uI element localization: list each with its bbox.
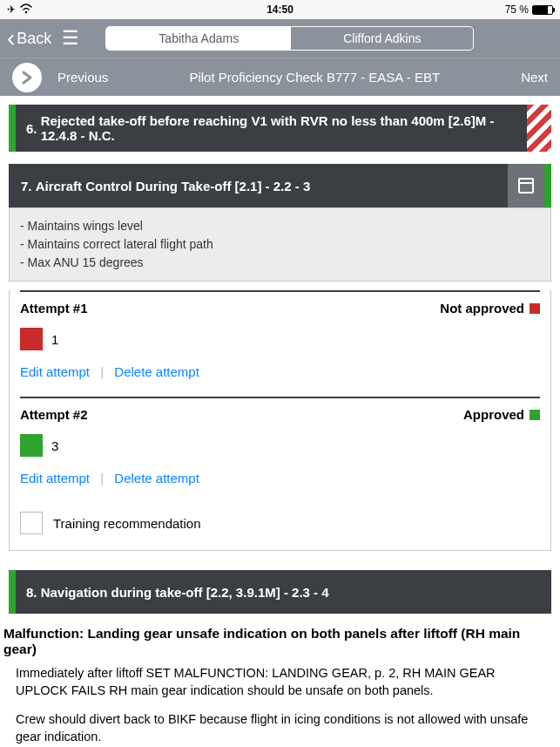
attempts-container: Attempt #1 Not approved 1 Edit attempt |… — [9, 290, 551, 551]
delete-attempt-2-link[interactable]: Delete attempt — [114, 471, 199, 486]
section-6-title: Rejected take-off before reaching V1 wit… — [41, 113, 516, 143]
tab-pilot-1[interactable]: Tabitha Adams — [106, 27, 291, 50]
section-7-header[interactable]: 7. Aircraft Control During Take-off [2.1… — [9, 164, 551, 207]
section-7-calendar-button[interactable] — [508, 164, 544, 207]
attempt-1-header: Attempt #1 Not approved — [10, 292, 550, 321]
attempt-1-score-row: 1 — [10, 324, 550, 359]
battery-percent: 75 % — [505, 3, 529, 16]
calendar-icon — [518, 178, 534, 194]
section-8-header[interactable]: 8. Navigation during take-off [2.2, 3.9.… — [9, 570, 551, 614]
delete-attempt-1-link[interactable]: Delete attempt — [114, 364, 199, 379]
attempt-1-actions: Edit attempt | Delete attempt — [10, 359, 550, 391]
forward-circle-button[interactable] — [12, 63, 42, 92]
criteria-line-1: - Maintains wings level — [20, 217, 540, 235]
section-6-num: 6. — [26, 121, 37, 136]
status-time: 14:50 — [189, 3, 371, 16]
svg-point-0 — [25, 10, 27, 12]
pilot-segmented-control: Tabitha Adams Clifford Adkins — [105, 26, 474, 51]
attempt-2-actions: Edit attempt | Delete attempt — [10, 465, 550, 498]
divider: | — [100, 364, 104, 379]
wifi-icon — [19, 3, 33, 17]
battery-icon — [532, 5, 553, 15]
chevron-left-icon: ‹ — [7, 26, 15, 51]
status-bar: ✈︎ 14:50 75 % — [0, 0, 560, 19]
tab-pilot-2[interactable]: Clifford Adkins — [291, 27, 473, 50]
previous-button[interactable]: Previous — [57, 70, 108, 85]
section-8-body: 8. Navigation during take-off [2.2, 3.9.… — [16, 570, 551, 614]
status-left: ✈︎ — [7, 3, 189, 17]
attempt-2-title: Attempt #2 — [20, 407, 88, 422]
airplane-mode-icon: ✈︎ — [7, 3, 16, 16]
section-8-title: Navigation during take-off [2.2, 3.9.1M]… — [41, 585, 329, 600]
back-label: Back — [17, 30, 51, 48]
section-6-header[interactable]: 6. Rejected take-off before reaching V1 … — [9, 105, 551, 152]
attempt-2-status-text: Approved — [463, 407, 524, 422]
attempt-2-score-indicator — [20, 434, 43, 457]
edit-attempt-2-link[interactable]: Edit attempt — [20, 471, 90, 486]
training-recommendation-row: Training recommendation — [10, 498, 550, 543]
body-p1: Immediately after liftoff SET MALFUNCTIO… — [16, 664, 544, 700]
edit-attempt-1-link[interactable]: Edit attempt — [20, 364, 90, 379]
malfunction-body: Immediately after liftoff SET MALFUNCTIO… — [0, 664, 560, 747]
sub-nav-bar: Previous Pilot Proficiency Check B777 - … — [0, 58, 560, 96]
section-6-warning-stripes — [527, 105, 551, 152]
attempt-1-status-text: Not approved — [440, 301, 524, 316]
attempt-1-score-indicator — [20, 328, 43, 350]
section-7-status-bar — [544, 164, 551, 207]
content-area: 6. Rejected take-off before reaching V1 … — [0, 105, 560, 747]
criteria-line-3: - Max ANU 15 degrees — [20, 254, 540, 272]
attempt-2-score: 3 — [51, 438, 58, 453]
section-6-body: 6. Rejected take-off before reaching V1 … — [16, 105, 527, 152]
attempt-1-title: Attempt #1 — [20, 301, 88, 316]
status-right: 75 % — [371, 3, 553, 16]
green-square-icon — [530, 410, 540, 420]
divider: | — [100, 471, 104, 486]
red-square-icon — [530, 303, 540, 314]
next-button[interactable]: Next — [521, 70, 548, 85]
attempt-1-status: Not approved — [440, 301, 540, 316]
check-title: Pilot Proficiency Check B777 - EASA - EB… — [124, 70, 505, 85]
body-p2: Crew should divert back to BIKF because … — [16, 710, 544, 746]
attempt-2-score-row: 3 — [10, 431, 550, 465]
criteria-box: - Maintains wings level - Maintains corr… — [9, 207, 551, 282]
section-6-status-bar — [9, 105, 16, 152]
attempt-1-score: 1 — [51, 332, 58, 347]
section-8-status-bar — [9, 570, 16, 614]
section-7-title: Aircraft Control During Take-off [2.1] -… — [36, 179, 311, 194]
section-7-body: 7. Aircraft Control During Take-off [2.1… — [9, 164, 508, 207]
malfunction-heading: Malfunction: Landing gear unsafe indicat… — [0, 614, 560, 664]
nav-bar: ‹ Back ☰ Tabitha Adams Clifford Adkins — [0, 19, 560, 58]
criteria-line-2: - Maintains correct lateral flight path — [20, 235, 540, 254]
back-button[interactable]: ‹ Back — [7, 26, 51, 51]
attempt-2-header: Attempt #2 Approved — [10, 398, 550, 427]
section-8-num: 8. — [26, 585, 37, 600]
training-recommendation-label: Training recommendation — [53, 516, 201, 531]
attempt-2-status: Approved — [463, 407, 540, 422]
training-recommendation-checkbox[interactable] — [20, 512, 43, 534]
menu-button[interactable]: ☰ — [62, 27, 79, 50]
section-7-num: 7. — [21, 179, 32, 194]
